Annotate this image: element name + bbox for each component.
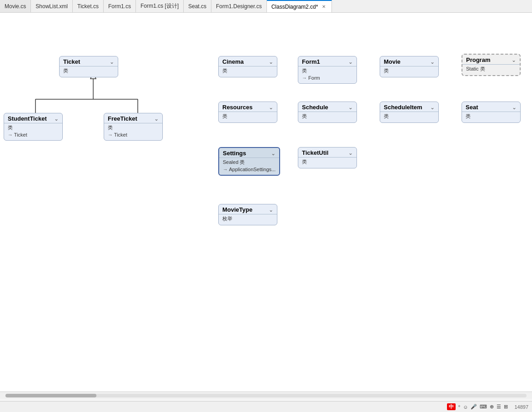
uml-header-cinema: Cinema⌄ — [219, 56, 277, 66]
tab-label-form1designer: Form1.Designer.cs — [216, 3, 262, 10]
uml-header-settings: Settings⌄ — [219, 148, 279, 158]
uml-collapse-icon-studentticket[interactable]: ⌄ — [54, 116, 59, 122]
status-icon-6[interactable]: ☰ — [497, 404, 501, 410]
uml-name-seat: Seat — [466, 104, 478, 111]
uml-header-schedule: Schedule⌄ — [298, 102, 356, 112]
tab-label-movie: Movie.cs — [5, 3, 26, 10]
uml-header-scheduleitem: ScheduleItem⌄ — [380, 102, 438, 112]
uml-collapse-icon-scheduleitem[interactable]: ⌄ — [430, 104, 435, 111]
uml-header-studentticket: StudentTicket⌄ — [4, 113, 62, 123]
uml-collapse-icon-settings[interactable]: ⌄ — [271, 150, 276, 157]
uml-collapse-icon-program[interactable]: ⌄ — [512, 57, 516, 63]
uml-class-form1[interactable]: Form1⌄类Form — [298, 56, 357, 84]
uml-header-program: Program⌄ — [462, 55, 520, 65]
uml-header-form1: Form1⌄ — [298, 56, 356, 66]
uml-body-program: Static 类 — [462, 65, 520, 75]
tab-ticket[interactable]: Ticket.cs — [73, 0, 104, 12]
tab-form1[interactable]: Form1.cs — [104, 0, 136, 12]
uml-body-seat: 类 — [462, 112, 520, 122]
uml-body-settings: Sealed 类ApplicationSettings... — [219, 158, 279, 175]
tab-movie[interactable]: Movie.cs — [0, 0, 31, 12]
status-icon-4[interactable]: ⌨ — [480, 404, 487, 410]
uml-class-movie[interactable]: Movie⌄类 — [380, 56, 439, 77]
uml-class-schedule[interactable]: Schedule⌄类 — [298, 102, 357, 123]
tab-label-showlist: ShowList.xml — [35, 3, 68, 10]
uml-class-scheduleitem[interactable]: ScheduleItem⌄类 — [380, 102, 439, 123]
tab-label-form1: Form1.cs — [108, 3, 131, 10]
uml-collapse-icon-schedule[interactable]: ⌄ — [348, 104, 353, 111]
uml-header-seat: Seat⌄ — [462, 102, 520, 112]
uml-type-freeticket: 类 — [108, 124, 159, 131]
uml-body-cinema: 类 — [219, 66, 277, 77]
uml-header-movietype: MovieType⌄ — [219, 204, 277, 214]
uml-type-settings: Sealed 类 — [223, 159, 276, 166]
uml-member-studentticket-0: Ticket — [8, 132, 59, 137]
uml-class-ticketutil[interactable]: TicketUtil⌄类 — [298, 147, 357, 168]
tab-seat[interactable]: Seat.cs — [184, 0, 211, 12]
status-icon-2[interactable]: ☺ — [463, 404, 468, 410]
uml-collapse-icon-movie[interactable]: ⌄ — [430, 59, 435, 65]
uml-type-movietype: 枚举 — [222, 215, 273, 222]
uml-class-ticket[interactable]: Ticket⌄类 — [59, 56, 118, 77]
uml-body-form1: 类Form — [298, 66, 356, 83]
uml-class-freeticket[interactable]: FreeTicket⌄类Ticket — [104, 113, 163, 141]
uml-body-scheduleitem: 类 — [380, 112, 438, 122]
uml-body-movie: 类 — [380, 66, 438, 77]
uml-class-resources[interactable]: Resources⌄类 — [218, 102, 277, 123]
uml-class-program[interactable]: Program⌄Static 类 — [462, 54, 521, 76]
uml-collapse-icon-form1[interactable]: ⌄ — [348, 59, 353, 65]
tab-classdiagram[interactable]: ClassDiagram2.cd*✕ — [267, 0, 332, 12]
uml-body-ticket: 类 — [60, 66, 118, 77]
uml-name-form1: Form1 — [302, 58, 320, 65]
uml-body-resources: 类 — [219, 112, 277, 122]
uml-collapse-icon-ticket[interactable]: ⌄ — [110, 59, 114, 65]
uml-collapse-icon-resources[interactable]: ⌄ — [269, 104, 273, 111]
uml-class-cinema[interactable]: Cinema⌄类 — [218, 56, 277, 77]
uml-class-studentticket[interactable]: StudentTicket⌄类Ticket — [4, 113, 63, 141]
tab-form1designer[interactable]: Form1.Designer.cs — [211, 0, 267, 12]
uml-member-settings-0: ApplicationSettings... — [223, 167, 276, 172]
uml-header-ticket: Ticket⌄ — [60, 56, 118, 66]
uml-type-scheduleitem: 类 — [384, 113, 435, 120]
uml-type-schedule: 类 — [302, 113, 353, 120]
tab-form1design[interactable]: Form1.cs [设计] — [136, 0, 184, 12]
uml-collapse-icon-movietype[interactable]: ⌄ — [269, 207, 273, 213]
uml-header-freeticket: FreeTicket⌄ — [104, 113, 162, 123]
uml-body-studentticket: 类Ticket — [4, 123, 62, 140]
uml-body-schedule: 类 — [298, 112, 356, 122]
uml-name-program: Program — [466, 56, 490, 63]
uml-header-ticketutil: TicketUtil⌄ — [298, 148, 356, 158]
status-icon-3[interactable]: 🎤 — [471, 404, 477, 410]
uml-collapse-icon-ticketutil[interactable]: ⌄ — [348, 150, 353, 156]
tab-label-form1design: Form1.cs [设计] — [141, 2, 179, 10]
uml-name-scheduleitem: ScheduleItem — [384, 104, 422, 111]
uml-class-settings[interactable]: Settings⌄Sealed 类ApplicationSettings... — [218, 147, 280, 176]
uml-name-cinema: Cinema — [222, 58, 244, 65]
uml-type-ticket: 类 — [63, 67, 114, 74]
uml-class-movietype[interactable]: MovieType⌄枚举 — [218, 204, 277, 225]
tab-close-classdiagram[interactable]: ✕ — [321, 4, 327, 10]
tab-label-ticket: Ticket.cs — [77, 3, 99, 10]
status-icon-1[interactable]: ° — [458, 404, 460, 410]
status-icons: 中 ° ☺ 🎤 ⌨ ⊕ ☰ ⊞ 14897 — [447, 403, 528, 410]
uml-name-ticketutil: TicketUtil — [302, 149, 328, 156]
status-icon-5[interactable]: ⊕ — [490, 404, 494, 410]
uml-collapse-icon-freeticket[interactable]: ⌄ — [154, 116, 159, 122]
uml-name-resources: Resources — [222, 104, 252, 111]
tab-label-seat: Seat.cs — [188, 3, 206, 10]
uml-type-movie: 类 — [384, 67, 435, 74]
uml-name-studentticket: StudentTicket — [8, 115, 47, 122]
uml-collapse-icon-seat[interactable]: ⌄ — [512, 104, 517, 111]
uml-type-cinema: 类 — [222, 67, 273, 74]
scrollbar-bottom[interactable] — [0, 392, 532, 399]
tab-showlist[interactable]: ShowList.xml — [31, 0, 73, 12]
status-icon-7[interactable]: ⊞ — [504, 404, 508, 410]
uml-class-seat[interactable]: Seat⌄类 — [462, 102, 521, 123]
uml-name-schedule: Schedule — [302, 104, 328, 111]
uml-body-movietype: 枚举 — [219, 214, 277, 225]
uml-collapse-icon-cinema[interactable]: ⌄ — [269, 59, 273, 65]
status-version: 14897 — [514, 404, 528, 410]
uml-type-seat: 类 — [466, 113, 517, 120]
uml-member-freeticket-0: Ticket — [108, 132, 159, 137]
uml-name-movietype: MovieType — [222, 206, 252, 213]
